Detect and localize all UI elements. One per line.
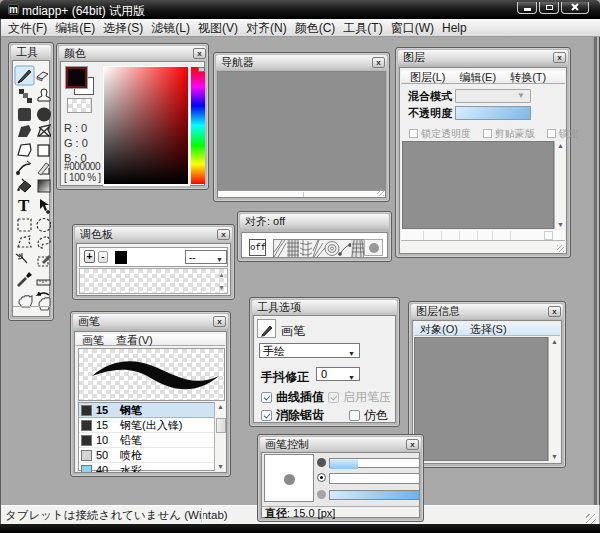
svg-text:T: T <box>18 196 30 215</box>
